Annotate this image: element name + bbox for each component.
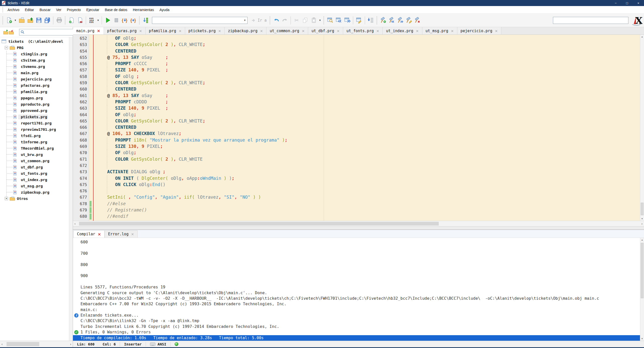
code-line-659[interactable]: 659 COLOR GetSysColor( 2 ), CLR_WHITE; [73, 80, 640, 86]
find-next-button[interactable] [343, 15, 351, 25]
toolbar-grip[interactable] [376, 16, 378, 25]
cut-button[interactable]: ✂ [292, 15, 301, 25]
scroll-thumb[interactable] [641, 203, 643, 215]
code-line-673[interactable]: 673ACTIVATE DIALOG oDlg ; [73, 169, 640, 175]
goto-combobox[interactable]: ▾ [152, 17, 248, 24]
tab-close-icon[interactable]: × [98, 232, 101, 237]
tree-file-ut-msg-prg[interactable]: ut_msg.prg [0, 183, 69, 189]
menu-herramientas[interactable]: Herramientas [130, 6, 157, 13]
new-file-button[interactable] [5, 15, 13, 25]
tab-close-icon[interactable]: × [495, 29, 498, 33]
code-line-669[interactable]: 669 SIZE 130, 9 PIXEL; [73, 143, 640, 150]
add-file-button[interactable] [67, 15, 76, 25]
tab-close-icon[interactable]: × [376, 29, 379, 33]
editor-hscrollbar[interactable]: ‹ › [73, 221, 644, 226]
build-remove-button[interactable] [413, 15, 422, 25]
close-button[interactable]: × [633, 0, 644, 6]
tab-pfamilia-prg[interactable]: pfamilia.prg× [146, 27, 185, 34]
code-line-663[interactable]: 663 SIZE 140, 9 PIXEL ; [73, 105, 640, 111]
tree-file-tfsdi-prg[interactable]: tfsdi.prg [0, 133, 69, 139]
code-line-676[interactable]: 676 [73, 188, 640, 194]
save-button[interactable] [34, 15, 43, 25]
code-line-660[interactable]: 660 CENTERED [73, 86, 640, 92]
function-list-button[interactable] [141, 15, 150, 25]
code-line-672[interactable]: 672 [73, 162, 640, 169]
menu-editar[interactable]: Editar [22, 6, 37, 13]
code-line-665[interactable]: 665 COLOR GetSysColor( 2 ), CLR_WHITE; [73, 118, 640, 124]
tree-file-ppagos-prg[interactable]: ppagos.prg [0, 95, 69, 101]
menu-ayuda[interactable]: Ayuda [157, 6, 172, 13]
build-add-button[interactable] [379, 15, 387, 25]
search-input[interactable] [25, 30, 71, 34]
code-line-661[interactable]: 661@ 85, 13 SAY oSay ; [73, 93, 640, 99]
tree-file-c5vitem-prg[interactable]: c5vitem.prg [0, 57, 69, 63]
scroll-thumb[interactable] [79, 222, 439, 226]
maximize-button[interactable]: □ [621, 0, 633, 6]
goto-button[interactable]: Ir a [250, 18, 268, 23]
minimize-button[interactable]: − [610, 0, 621, 6]
find-button[interactable] [326, 15, 334, 25]
code-line-654[interactable]: 654 CENTERED [73, 48, 640, 54]
tab-ut-common-prg[interactable]: ut_common.prg× [266, 27, 308, 34]
tree-file-pfamilia-prg[interactable]: pfamilia.prg [0, 89, 69, 95]
tree-root[interactable]: tickets (C:\Alanit\devel [0, 38, 69, 45]
code-line-671[interactable]: 671 COLOR GetSysColor( 2 ), CLR_WHITE [73, 156, 640, 162]
tree-file-c5imglis-prg[interactable]: c5imglis.prg [0, 51, 69, 57]
code-line-662[interactable]: 662 PROMPT cDDDD ; [73, 99, 640, 105]
menu-proyecto[interactable]: Proyecto [64, 6, 84, 13]
tree-file-trecordbiel-prg[interactable]: TRecordBiel.prg [0, 145, 69, 151]
tab-ptickets-prg[interactable]: ptickets.prg× [185, 27, 225, 34]
status-mode[interactable]: Insertar [120, 341, 146, 347]
tab-close-icon[interactable]: × [260, 29, 263, 33]
menu-buscar[interactable]: Buscar [37, 6, 53, 13]
toolbar-grip[interactable] [139, 16, 140, 25]
binary-view-button[interactable]: 010110100101 [88, 15, 96, 25]
stop-button[interactable] [112, 15, 120, 25]
code-line-674[interactable]: 674 ON INIT ( DlgCenter( oDlg, oApp:oWnd… [73, 175, 640, 182]
compiler-output[interactable]: 600700800900Lines 5577, Functions/Proced… [73, 238, 640, 341]
code-line-664[interactable]: 664 OF oDlg; [73, 112, 640, 118]
tree-file-ut-fonts-prg[interactable]: ut_fonts.prg [0, 170, 69, 177]
code-line-670[interactable]: 670 OF oDlg; [73, 150, 640, 156]
tree-file-tinforme-prg[interactable]: tInforme.prg [0, 139, 69, 145]
build-edit-button[interactable] [405, 15, 413, 25]
search-combobox[interactable]: ▾ [19, 29, 76, 35]
toolbar-grip[interactable] [65, 16, 66, 25]
tree-file-ut-dbf-prg[interactable]: ut_dbf.prg [0, 164, 69, 170]
binary-view-dropdown[interactable]: ▾ [96, 15, 100, 25]
tab-ut-index-prg[interactable]: ut_index.prg× [383, 27, 422, 34]
scope-combobox[interactable] [553, 17, 628, 24]
redo-button[interactable] [280, 15, 289, 25]
goto-line-button[interactable] [367, 15, 375, 25]
tree-scrollbar[interactable] [69, 37, 73, 341]
scroll-left-icon[interactable]: ‹ [2, 342, 3, 346]
project-add-file-button[interactable] [3, 28, 9, 36]
code-line-655[interactable]: 655@ 75, 13 SAY oSay ; [73, 54, 640, 61]
tree-file-c5vmenu-prg[interactable]: c5vmenu.prg [0, 63, 69, 70]
tree-hscrollbar[interactable]: ‹ › [0, 341, 73, 347]
paste-button[interactable] [309, 15, 318, 25]
editor-vscrollbar[interactable]: ▲ ▼ [640, 35, 644, 221]
code-line-658[interactable]: 658 OF oDlg ; [73, 73, 640, 80]
tab-ut-fonts-prg[interactable]: ut_fonts.prg× [343, 27, 383, 34]
tree-file-rpreview1701-prg[interactable]: rpreview1701.prg [0, 126, 69, 133]
menu-archivo[interactable]: Archivo [5, 6, 22, 13]
compile-button[interactable]: {} [120, 15, 129, 25]
project-remove-file-button[interactable] [9, 28, 14, 36]
tab-close-icon[interactable]: × [218, 29, 221, 33]
tree-file-ut-brw-prg[interactable]: ut_brw.prg [0, 151, 69, 158]
new-file-dropdown[interactable]: ▾ [13, 15, 17, 25]
tree-file-pproveed-prg[interactable]: pproveed.prg [0, 107, 69, 114]
code-line-668[interactable]: 668 PROMPT i18n( "Mostrar la próxima vez… [73, 137, 640, 143]
chevron-down-icon[interactable]: ▾ [242, 19, 247, 22]
expander-icon[interactable]: − [5, 46, 8, 49]
scroll-right-icon[interactable]: › [70, 342, 71, 346]
tree-file-ut-common-prg[interactable]: ut_common.prg [0, 158, 69, 164]
code-line-653[interactable]: 653 COLOR GetSysColor( 2 ), CLR_WHITE; [73, 41, 640, 48]
print-button[interactable] [55, 15, 63, 25]
save-all-button[interactable] [43, 15, 52, 25]
toolbar-grip[interactable] [2, 16, 4, 25]
tab-close-icon[interactable]: × [139, 29, 142, 33]
menu-base-de-datos[interactable]: Base de datos [102, 6, 130, 13]
tab-close-icon[interactable]: × [416, 29, 419, 33]
